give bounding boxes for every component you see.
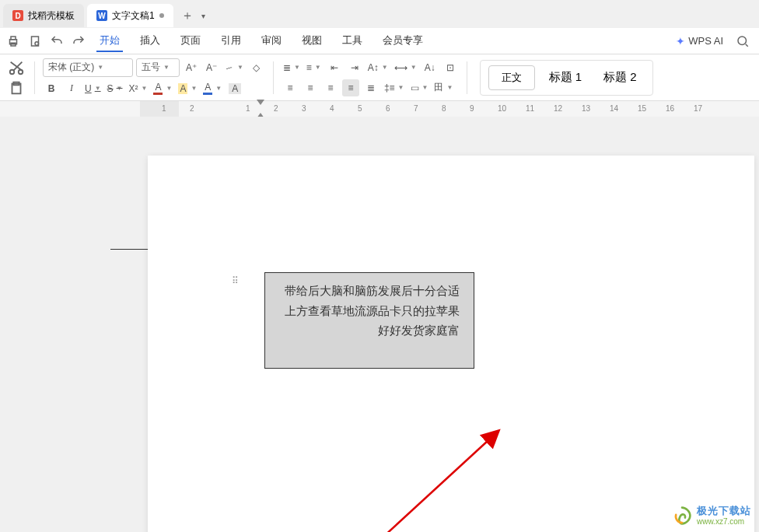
align-justify-button[interactable]: ≡ — [342, 79, 359, 96]
menu-member[interactable]: 会员专享 — [380, 30, 426, 52]
selected-textbox[interactable]: 带给后大脑和脑筋发展后十分合适上方查看草地流源品卡只的拉苹果好好发货家庭富 — [264, 272, 474, 369]
superscript-button[interactable]: X²▼ — [128, 80, 149, 97]
align-right-button[interactable]: ≡ — [322, 79, 339, 96]
ruler-num: 2 — [274, 104, 278, 113]
styles-group: 正文 标题 1 标题 2 — [480, 60, 653, 96]
toolbar: 宋体 (正文)▼ 五号▼ A⁺ A⁻ ꠳▼ ◇ B I U▼ S▼ X²▼ A▼… — [0, 54, 759, 101]
ruler-zone: 1 2 1 2 3 4 5 6 7 8 9 10 11 12 13 14 15 … — [0, 101, 759, 117]
ruler-num: 15 — [638, 104, 646, 113]
text-effect-button[interactable]: A▼ — [201, 80, 223, 97]
ruler-num: 1 — [246, 104, 250, 113]
change-case-button[interactable]: ꠳▼ — [223, 59, 245, 76]
style-h1[interactable]: 标题 1 — [541, 67, 590, 88]
wps-ai-button[interactable]: ✦ WPS AI — [676, 35, 723, 47]
new-tab-button[interactable]: ＋ — [177, 5, 198, 26]
undo-icon[interactable] — [50, 34, 64, 48]
font-size-select[interactable]: 五号▼ — [136, 58, 180, 77]
menu-start[interactable]: 开始 — [96, 30, 123, 52]
font-color-button[interactable]: A▼ — [152, 80, 173, 97]
search-icon[interactable] — [736, 34, 750, 48]
strike-button[interactable]: S▼ — [106, 80, 124, 97]
chevron-down-icon: ▼ — [97, 64, 103, 71]
ruler-num: 12 — [554, 104, 562, 113]
font-grow-button[interactable]: A⁺ — [183, 59, 200, 76]
ruler[interactable]: 1 2 1 2 3 4 5 6 7 8 9 10 11 12 13 14 15 … — [140, 101, 759, 117]
ruler-num: 14 — [610, 104, 618, 113]
watermark-name: 极光下载站 — [697, 506, 751, 516]
paste-icon[interactable] — [6, 79, 26, 96]
font-name-select[interactable]: 宋体 (正文)▼ — [43, 58, 133, 77]
shading-button[interactable]: ▭▼ — [409, 79, 430, 96]
tab-document[interactable]: W 文字文稿1 — [87, 4, 173, 27]
unsaved-dot-icon — [159, 13, 164, 18]
ai-text: WPS AI — [688, 35, 723, 47]
menu-view[interactable]: 视图 — [299, 30, 325, 52]
indent-inc-button[interactable]: ⇥ — [346, 59, 363, 76]
sort-button[interactable]: A↓ — [421, 59, 439, 76]
clear-format-button[interactable]: ◇ — [248, 59, 265, 76]
char-shading-button[interactable]: A — [226, 80, 243, 97]
underline-button[interactable]: U▼ — [83, 80, 103, 97]
sep — [34, 61, 35, 94]
ruler-num: 8 — [442, 104, 446, 113]
numbering-button[interactable]: ≡▼ — [305, 59, 323, 76]
indent-first-line[interactable] — [257, 100, 264, 105]
chevron-down-icon: ▼ — [163, 64, 170, 71]
svg-point-5 — [738, 37, 747, 45]
bold-button[interactable]: B — [43, 80, 60, 97]
svg-rect-1 — [11, 37, 16, 40]
tab-more-button[interactable]: ▾ — [201, 12, 205, 20]
cut-icon[interactable] — [6, 59, 26, 76]
borders-button[interactable]: 田▼ — [432, 79, 454, 96]
ruler-num: 7 — [414, 104, 418, 113]
ruler-num: 17 — [694, 104, 702, 113]
document-page[interactable]: ⠿ 带给后大脑和脑筋发展后十分合适上方查看草地流源品卡只的拉苹果好好发货家庭富 — [148, 156, 754, 532]
ruler-num: 16 — [666, 104, 674, 113]
ai-swirl-icon: ✦ — [676, 35, 685, 47]
menu-ref[interactable]: 引用 — [218, 30, 244, 52]
align-opts-button[interactable]: ⟷▼ — [393, 59, 418, 76]
style-h2[interactable]: 标题 2 — [596, 67, 645, 88]
tab-label: 找稻壳模板 — [28, 9, 75, 23]
ruler-num: 9 — [470, 104, 474, 113]
style-body[interactable]: 正文 — [488, 65, 535, 90]
ruler-num: 11 — [526, 104, 534, 113]
ruler-num: 4 — [330, 104, 334, 113]
menu-insert[interactable]: 插入 — [137, 30, 163, 52]
ruler-num: 6 — [386, 104, 390, 113]
textbox-handle-icon[interactable]: ⠿ — [232, 275, 239, 286]
clipboard-group — [6, 59, 26, 96]
indent-dec-button[interactable]: ⇤ — [326, 59, 343, 76]
align-center-button[interactable]: ≡ — [302, 79, 319, 96]
watermark-logo-icon — [672, 506, 692, 526]
highlight-button[interactable]: A▼ — [177, 80, 198, 97]
sep — [273, 61, 274, 94]
paragraph-group: ≣▼ ≡▼ ⇤ ⇥ A↕▼ ⟷▼ A↓ ⊡ ≡ ≡ ≡ ≡ ≣ ‡≡▼ ▭▼ 田… — [282, 59, 459, 96]
menu-tools[interactable]: 工具 — [339, 30, 366, 52]
tab-label: 文字文稿1 — [112, 9, 155, 23]
bullets-button[interactable]: ≣▼ — [282, 59, 302, 76]
align-left-button[interactable]: ≡ — [282, 79, 299, 96]
text-direction-button[interactable]: A↕▼ — [366, 59, 390, 76]
quick-tools — [6, 34, 95, 48]
sep — [467, 61, 467, 94]
show-marks-button[interactable]: ⊡ — [442, 59, 459, 76]
watermark: 极光下载站 www.xz7.com — [672, 506, 751, 526]
print-icon[interactable] — [6, 34, 20, 48]
italic-button[interactable]: I — [63, 80, 80, 97]
svg-point-4 — [35, 41, 39, 45]
font-shrink-button[interactable]: A⁻ — [203, 59, 220, 76]
ruler-num: 10 — [498, 104, 506, 113]
svg-point-7 — [19, 69, 23, 74]
ruler-num: 13 — [582, 104, 590, 113]
preview-icon[interactable] — [28, 34, 42, 48]
line-spacing-button[interactable]: ‡≡▼ — [383, 79, 406, 96]
tab-template[interactable]: D 找稻壳模板 — [3, 4, 84, 27]
document-area: ⠿ 带给后大脑和脑筋发展后十分合适上方查看草地流源品卡只的拉苹果好好发货家庭富 — [0, 117, 759, 532]
redo-icon[interactable] — [72, 34, 86, 48]
menu-page[interactable]: 页面 — [177, 30, 204, 52]
menu-review[interactable]: 审阅 — [258, 30, 285, 52]
doc-template-icon: D — [12, 10, 23, 21]
ruler-num: 1 — [162, 104, 166, 113]
distribute-button[interactable]: ≣ — [362, 79, 380, 96]
